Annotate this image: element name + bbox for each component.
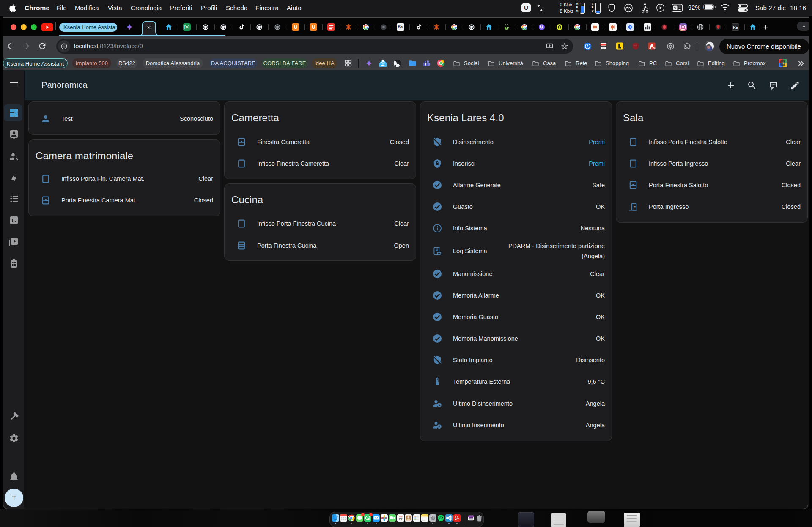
svg-text:27: 27 xyxy=(399,517,402,521)
svg-text:[S]: [S] xyxy=(184,25,189,29)
